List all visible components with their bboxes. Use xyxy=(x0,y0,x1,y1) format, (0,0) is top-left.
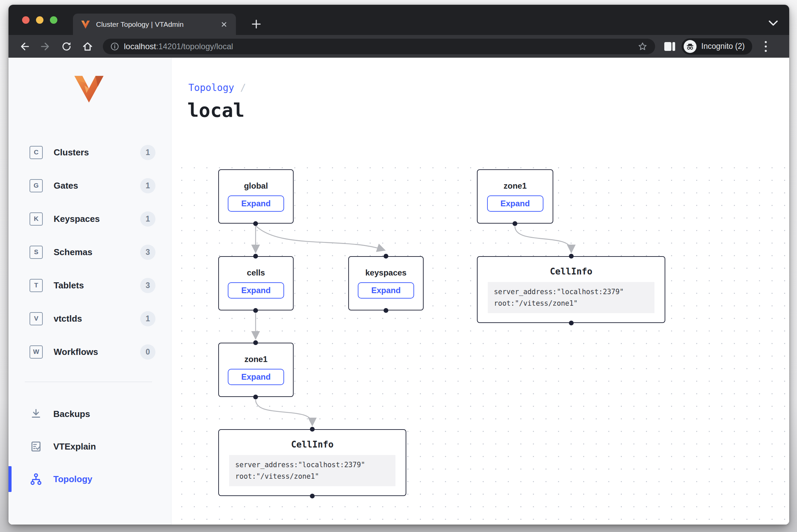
sidebar-item-clusters[interactable]: C Clusters 1 xyxy=(8,136,171,169)
workflows-count-badge: 0 xyxy=(140,344,155,360)
new-tab-button[interactable] xyxy=(248,16,265,33)
tab-strip: Cluster Topology | VTAdmin xyxy=(8,5,789,35)
main-content: Topology/ local global Expand zone1 Expa… xyxy=(171,58,789,525)
zoom-window-button[interactable] xyxy=(50,16,57,24)
node-keyspaces-title: keyspaces xyxy=(365,268,406,278)
forward-button[interactable] xyxy=(35,38,56,55)
node-zone1-mid-title: zone1 xyxy=(244,355,267,364)
node-cellinfo-right: CellInfo server_address:"localhost:2379"… xyxy=(477,256,665,323)
node-cellinfo-right-title: CellInfo xyxy=(550,266,592,277)
clusters-letter-icon: C xyxy=(30,146,43,159)
schemas-letter-icon: S xyxy=(30,246,43,259)
browser-toolbar: localhost:14201/topology/local Incognito xyxy=(8,35,789,58)
workflows-letter-icon: W xyxy=(30,345,43,359)
tab-search-chevron-icon[interactable] xyxy=(767,19,779,27)
site-info-icon[interactable] xyxy=(110,42,119,51)
url-bar[interactable]: localhost:14201/topology/local xyxy=(103,39,655,54)
schemas-count-badge: 3 xyxy=(140,245,155,260)
browser-window: Cluster Topology | VTAdmin xyxy=(8,5,789,525)
vtctlds-count-badge: 1 xyxy=(140,311,155,326)
node-cells-title: cells xyxy=(247,268,265,278)
gates-count-badge: 1 xyxy=(140,178,155,193)
tablets-letter-icon: T xyxy=(30,279,43,292)
document-check-icon xyxy=(29,439,43,454)
sidebar-item-gates[interactable]: G Gates 1 xyxy=(8,169,171,202)
node-zone1-right: zone1 Expand xyxy=(477,169,553,224)
node-cellinfo-bottom: CellInfo server_address:"localhost:2379"… xyxy=(218,429,406,496)
minimize-window-button[interactable] xyxy=(36,16,43,24)
clusters-count-badge: 1 xyxy=(140,145,155,160)
node-global-title: global xyxy=(244,181,268,191)
incognito-badge[interactable]: Incognito (2) xyxy=(682,38,752,55)
node-zone1-mid: zone1 Expand xyxy=(218,343,294,397)
keyspaces-letter-icon: K xyxy=(30,212,43,226)
vtctlds-letter-icon: V xyxy=(30,312,43,325)
sidebar-item-workflows[interactable]: W Workflows 0 xyxy=(8,335,171,368)
bookmark-star-icon[interactable] xyxy=(637,41,648,52)
incognito-icon xyxy=(686,42,694,51)
sidebar-item-topology[interactable]: Topology xyxy=(8,463,171,495)
tab-title: Cluster Topology | VTAdmin xyxy=(96,20,220,28)
expand-button-zone1-mid[interactable]: Expand xyxy=(228,369,284,385)
cellinfo-right-code: server_address:"localhost:2379" root:"/v… xyxy=(488,282,654,313)
node-cellinfo-bottom-title: CellInfo xyxy=(291,439,333,450)
side-panel-icon[interactable] xyxy=(664,42,675,51)
sidebar-item-vtexplain[interactable]: VTExplain xyxy=(8,430,171,463)
breadcrumb-separator: / xyxy=(240,82,246,93)
close-window-button[interactable] xyxy=(22,16,30,24)
browser-menu-button[interactable] xyxy=(759,39,773,54)
node-global: global Expand xyxy=(218,169,294,224)
sidebar-item-keyspaces[interactable]: K Keyspaces 1 xyxy=(8,202,171,235)
sidebar-item-tablets[interactable]: T Tablets 3 xyxy=(8,269,171,302)
incognito-label: Incognito (2) xyxy=(701,42,745,51)
expand-button-global[interactable]: Expand xyxy=(228,195,284,212)
breadcrumb: Topology/ xyxy=(188,82,246,93)
vitess-favicon xyxy=(80,19,91,30)
tablets-count-badge: 3 xyxy=(140,278,155,293)
sidebar-item-backups[interactable]: Backups xyxy=(8,398,171,430)
traffic-lights xyxy=(22,16,57,24)
keyspaces-count-badge: 1 xyxy=(140,211,155,227)
sidebar-nav: C Clusters 1 G Gates 1 K Keyspaces 1 S S… xyxy=(8,136,171,368)
node-keyspaces: keyspaces Expand xyxy=(348,256,424,310)
sidebar: C Clusters 1 G Gates 1 K Keyspaces 1 S S… xyxy=(8,58,171,525)
gates-letter-icon: G xyxy=(30,179,43,192)
back-button[interactable] xyxy=(14,38,35,55)
node-cells: cells Expand xyxy=(218,256,294,310)
browser-tab[interactable]: Cluster Topology | VTAdmin xyxy=(73,14,236,35)
active-indicator xyxy=(8,466,12,492)
vitess-logo xyxy=(74,75,104,103)
topology-icon xyxy=(29,472,43,486)
breadcrumb-topology-link[interactable]: Topology xyxy=(188,82,234,93)
url-path: :14201/topology/local xyxy=(156,42,233,51)
home-button[interactable] xyxy=(77,38,98,55)
page-title: local xyxy=(187,99,245,121)
sidebar-item-vtctlds[interactable]: V vtctlds 1 xyxy=(8,302,171,335)
sidebar-divider xyxy=(25,382,152,382)
url-host: localhost xyxy=(124,42,156,51)
cellinfo-bottom-code: server_address:"localhost:2379" root:"/v… xyxy=(229,455,395,486)
expand-button-keyspaces[interactable]: Expand xyxy=(358,282,414,299)
sidebar-item-schemas[interactable]: S Schemas 3 xyxy=(8,235,171,269)
expand-button-zone1-right[interactable]: Expand xyxy=(487,195,543,212)
reload-button[interactable] xyxy=(56,38,77,55)
download-icon xyxy=(29,407,43,421)
close-tab-icon[interactable] xyxy=(220,20,228,29)
expand-button-cells[interactable]: Expand xyxy=(228,282,284,299)
url-text: localhost:14201/topology/local xyxy=(124,42,233,51)
node-zone1-right-title: zone1 xyxy=(503,181,526,191)
